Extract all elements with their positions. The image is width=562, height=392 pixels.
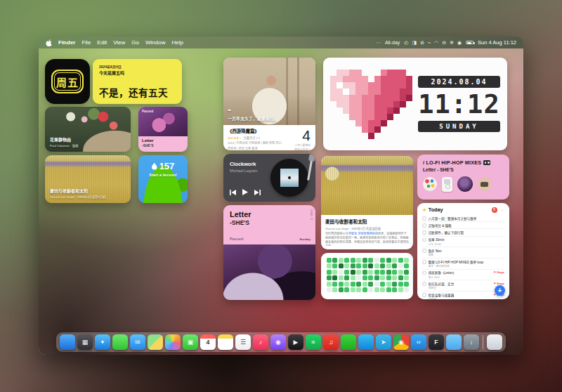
status-icon[interactable]: ◠: [434, 40, 438, 46]
dock-app-messages[interactable]: [112, 334, 128, 350]
task-checkbox[interactable]: [422, 230, 426, 235]
menu-view[interactable]: View: [113, 39, 125, 46]
widget-movie-of-the-day[interactable]: ❝ 一万年太久了，就要现在。 《西游降魔篇》 ★★★★☆豆瓣评分 7.2 201…: [223, 58, 315, 150]
task-checkbox[interactable]: [422, 282, 426, 286]
add-task-button[interactable]: +: [495, 285, 505, 296]
widget-art-wheatfield-small[interactable]: 麦田与收割者和太阳 Vincent van Gogh · 1889年6月末至9月…: [45, 155, 131, 203]
status-icon[interactable]: ◴: [404, 40, 408, 46]
contribution-cell: [327, 258, 332, 263]
todo-item[interactable]: 练琴 30min上午 10:00: [422, 237, 504, 248]
widget-music-clockwork[interactable]: Clockwork Michael Legrain: [223, 154, 315, 202]
todo-item[interactable]: 买咖啡豆 & 猫粮: [422, 222, 504, 229]
battery-icon[interactable]: [466, 41, 473, 44]
dock-app-mail[interactable]: ✉: [130, 334, 145, 350]
menu-window[interactable]: Window: [145, 39, 165, 46]
todo-item[interactable]: 八月第一周：整理本月计划与歌单: [422, 215, 504, 222]
contribution-cell: [339, 282, 344, 287]
apple-menu-icon[interactable]: [46, 39, 52, 46]
dock-app-notes[interactable]: [218, 334, 233, 350]
play-icon[interactable]: [242, 189, 248, 195]
menu-go[interactable]: Go: [131, 39, 139, 46]
status-icon[interactable]: ⌁: [428, 40, 431, 46]
dock-app-spotify[interactable]: ≈: [306, 334, 321, 350]
heart-pixel: [387, 76, 393, 82]
dock-app-safari[interactable]: ✦: [95, 334, 110, 350]
task-checkbox[interactable]: [422, 271, 426, 275]
dock-app-chrome[interactable]: ◉: [393, 334, 409, 350]
dock-app-netease-music[interactable]: ♫: [323, 334, 339, 350]
widget-art-wheatfield-detail[interactable]: 麦田与收割者和太阳 Vincent van Gogh · 1889年6月 布面油…: [321, 156, 413, 249]
menu-clock[interactable]: Sun 4 Aug 11:12: [478, 39, 516, 46]
status-icon[interactable]: ⊖: [442, 40, 446, 46]
heart-pixel: [330, 95, 336, 101]
calendar-weekday: 八月 | 星期日: [287, 143, 311, 147]
todo-item[interactable]: 检查设备与效果器出发前⚑ Stage: [422, 292, 504, 299]
streak-row: 157: [138, 161, 188, 171]
dock-app-qq[interactable]: [358, 334, 374, 350]
menu-finder[interactable]: Finder: [58, 39, 75, 46]
dock-app-podcasts[interactable]: ◉: [270, 334, 286, 350]
dock-app-launchpad[interactable]: ▦: [77, 334, 93, 350]
now-playing-label[interactable]: All-day: [385, 40, 400, 45]
dock-app-wechat[interactable]: [341, 334, 356, 350]
dock-app-reminders[interactable]: ☰: [235, 334, 251, 350]
more-status-icon[interactable]: ⋯: [376, 40, 381, 46]
previous-track-icon[interactable]: [230, 190, 236, 195]
status-icon[interactable]: ❄: [450, 40, 454, 46]
widget-friday-countdown[interactable]: 2024年8月4日 今天是周五吗 不是，还有五天: [93, 59, 182, 104]
heart-pixel: [374, 95, 381, 101]
heart-pixel: [393, 107, 400, 114]
dock-app-facetime[interactable]: ▣: [183, 334, 198, 350]
dock-app-finder[interactable]: [60, 334, 75, 350]
todo-item[interactable]: 和乐队对谱、走台排练室⚑ Stage: [422, 280, 504, 292]
widget-lofi-mixes[interactable]: / LO-FI HIP-HOP MIXES Letter - SHE'S: [417, 155, 509, 200]
todo-item[interactable]: 排练新歌《Letter》晚上 8:00⚑ Stage: [422, 270, 504, 281]
status-icon[interactable]: ◨: [412, 40, 417, 46]
contribution-cell: [380, 258, 385, 263]
dock-app-downloads[interactable]: ↓: [464, 334, 479, 350]
heart-pixel: [406, 133, 412, 139]
menu-edit[interactable]: Edit: [97, 39, 107, 46]
dock-app-calendar[interactable]: 4: [200, 334, 216, 350]
status-icon[interactable]: ⊘: [420, 40, 424, 46]
desc-link[interactable]: 圣雷米-圣保罗精神病院: [348, 232, 378, 235]
friday-countdown-app-icon[interactable]: 周五: [45, 59, 90, 104]
more-options-icon[interactable]: ⋯: [500, 207, 504, 212]
widget-music-letter-small[interactable]: Paused Letter -SHE'S: [138, 107, 188, 152]
task-checkbox[interactable]: [422, 216, 426, 221]
task-checkbox[interactable]: [422, 238, 426, 242]
widget-music-letter-large[interactable]: Letter -SHE'S Paused Sunday SHE'S: [223, 205, 315, 300]
dock-app-telegram[interactable]: ➤: [376, 334, 391, 350]
todo-item[interactable]: 跑步 5km傍晚: [422, 247, 504, 259]
widget-duolingo-streak[interactable]: 157 Start a lesson!: [138, 155, 188, 203]
dock-app-trash[interactable]: [487, 334, 502, 350]
widget-contribution-graph[interactable]: [321, 253, 413, 299]
task-checkbox[interactable]: [422, 293, 426, 297]
status-icon[interactable]: ◉: [457, 40, 462, 46]
todo-item[interactable]: 整理 LO-FI HIP-HOP MIXES 歌单 loop备注 · 周日前完成: [422, 259, 504, 270]
next-track-icon[interactable]: [254, 190, 261, 195]
painting-image: [321, 156, 413, 215]
heart-pixel: [336, 76, 343, 82]
menu-help[interactable]: Help: [171, 39, 183, 46]
dock-app-folder[interactable]: [446, 334, 462, 350]
menu-file[interactable]: File: [81, 39, 91, 46]
dock-app-photos[interactable]: [165, 334, 181, 350]
dock-app-figma[interactable]: F: [429, 334, 444, 350]
contribution-cell: [327, 282, 332, 287]
heart-pixel: [362, 107, 368, 114]
heart-pixel: [381, 82, 387, 89]
heart-pixel: [374, 120, 381, 126]
widget-reminders-today[interactable]: ★ Today 5 ⋯ 八月第一周：整理本月计划与歌单买咖啡豆 & 猫粮回复邮件…: [417, 203, 509, 299]
dock-app-music[interactable]: ♪: [253, 334, 268, 350]
dock-app-maps[interactable]: [148, 334, 163, 350]
todo-item[interactable]: 回复邮件，确认下周行程: [422, 229, 504, 236]
task-checkbox[interactable]: [422, 249, 426, 253]
widget-pixel-clock[interactable]: 2024.08.04 11:12 SUNDAY: [323, 58, 507, 150]
heart-pixel: [343, 126, 349, 133]
task-checkbox[interactable]: [422, 260, 426, 264]
dock-app-tv[interactable]: ▶: [288, 334, 303, 350]
widget-art-cezanne[interactable]: 花果静物画 Paul Cézanne · 油画: [45, 107, 131, 152]
dock-app-vscode[interactable]: ‹›: [411, 334, 426, 350]
task-checkbox[interactable]: [422, 223, 426, 228]
